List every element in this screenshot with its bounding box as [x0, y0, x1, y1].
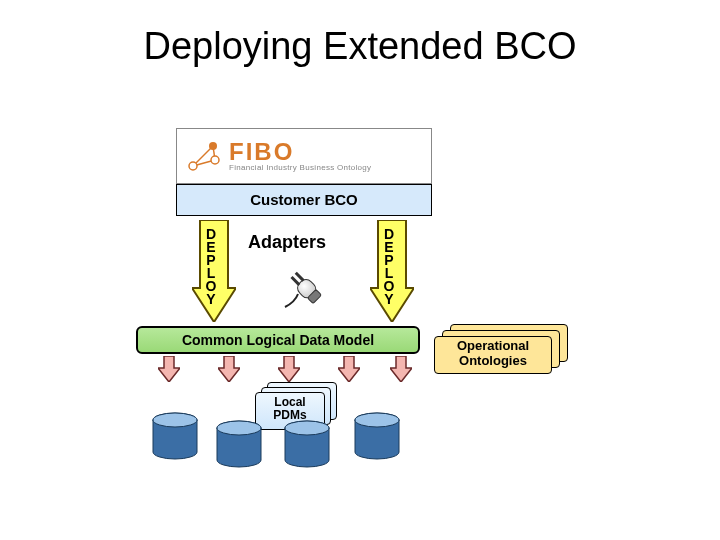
- slide-title: Deploying Extended BCO: [0, 25, 720, 68]
- deploy-arrow-left: DEPLOY: [192, 220, 236, 322]
- database-icon: [214, 420, 264, 468]
- down-arrow-icon: [218, 356, 240, 382]
- svg-point-17: [355, 413, 399, 427]
- local-pdms-line1: Local: [274, 395, 305, 409]
- database-icon: [282, 420, 332, 468]
- fibo-subtitle: Financial Industry Business Ontology: [229, 164, 371, 172]
- ontology-card-front: Operational Ontologies: [434, 336, 552, 374]
- down-arrow-icon: [390, 356, 412, 382]
- plug-adapter-icon: [280, 262, 332, 314]
- deploy-arrow-right: DEPLOY: [370, 220, 414, 322]
- operational-ontologies-line2: Ontologies: [459, 353, 527, 368]
- svg-point-3: [189, 162, 197, 170]
- svg-point-11: [153, 413, 197, 427]
- common-logical-data-model-box: Common Logical Data Model: [136, 326, 420, 354]
- fibo-logo-box: FIBO Financial Industry Business Ontolog…: [176, 128, 432, 184]
- database-icon: [150, 412, 200, 460]
- database-icon: [352, 412, 402, 460]
- adapters-label: Adapters: [248, 232, 326, 253]
- svg-point-5: [211, 156, 219, 164]
- operational-ontologies-stack: Operational Ontologies: [434, 324, 574, 380]
- down-arrow-icon: [278, 356, 300, 382]
- deploy-label-left: DEPLOY: [203, 226, 219, 304]
- fibo-network-icon: [183, 136, 223, 176]
- operational-ontologies-line1: Operational: [457, 338, 529, 353]
- fibo-name: FIBO: [229, 140, 371, 164]
- customer-bco-box: Customer BCO: [176, 184, 432, 216]
- deploy-label-right: DEPLOY: [381, 226, 397, 304]
- svg-point-4: [209, 142, 217, 150]
- down-arrow-icon: [158, 356, 180, 382]
- down-arrow-icon: [338, 356, 360, 382]
- svg-point-15: [285, 421, 329, 435]
- svg-point-13: [217, 421, 261, 435]
